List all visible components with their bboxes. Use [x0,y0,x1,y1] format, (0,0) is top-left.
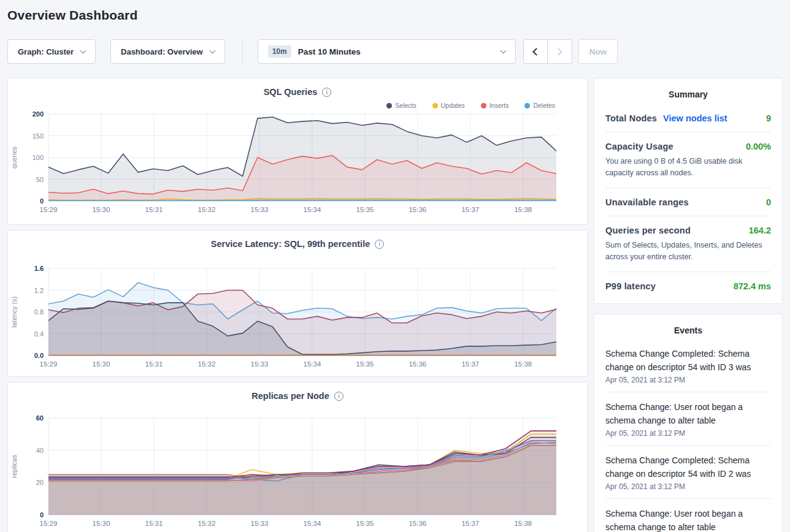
chart-panel-sql-queries: SQL Queries i SelectsUpdatesInsertsDelet… [7,78,588,225]
summary-label: Total Nodes [605,113,657,123]
svg-text:15:38: 15:38 [514,206,532,213]
svg-text:15:33: 15:33 [251,360,269,368]
event-item[interactable]: Schema Change: User root began a schema … [605,392,771,446]
summary-value: 9 [766,113,771,123]
graph-dropdown[interactable]: Graph: Cluster [7,39,96,64]
legend-dot-icon [481,103,486,108]
summary-label: P99 latency [605,281,656,291]
svg-text:1.6: 1.6 [34,265,44,272]
legend-label: Deletes [533,102,555,109]
info-icon[interactable]: i [375,240,384,249]
events-panel: Events Schema Change Completed: Schema c… [594,314,783,532]
chevron-down-icon [209,47,215,53]
event-item[interactable]: Schema Change Completed: Schema change o… [605,339,771,392]
chevron-right-icon [554,48,562,56]
summary-row-capacity-usage: Capacity Usage 0.00% You are using 0 B o… [605,132,771,188]
chevron-left-icon [532,48,540,56]
svg-text:40: 40 [36,447,44,454]
summary-value: 0.00% [746,142,771,151]
legend-item-deletes[interactable]: Deletes [524,101,555,110]
time-range-dropdown[interactable]: 10m Past 10 Minutes [258,39,516,64]
service-latency-chart[interactable]: 15:2915:3015:3115:3215:3315:3415:3515:36… [8,265,587,371]
time-prev-button[interactable] [523,39,548,64]
legend-label: Inserts [489,102,509,109]
svg-text:15:35: 15:35 [356,360,374,368]
event-message: Schema Change: User root began a schema … [605,400,771,427]
summary-row-p99-latency: P99 latency 872.4 ms [605,272,771,300]
svg-text:15:36: 15:36 [408,360,426,368]
now-button[interactable]: Now [578,39,618,64]
event-item[interactable]: Schema Change Completed: Schema change o… [605,446,771,499]
legend-label: Updates [441,102,465,109]
svg-text:0.8: 0.8 [34,308,44,316]
chart-panel-replicas-per-node: Replicas per Node i 15:2915:3015:3115:32… [7,382,588,532]
svg-text:15:32: 15:32 [198,520,216,527]
time-next-button[interactable] [548,39,572,64]
controls-bar: Graph: Cluster Dashboard: Overview 10m P… [7,39,783,64]
charts-column: SQL Queries i SelectsUpdatesInsertsDelet… [7,78,588,532]
page-title: Overview Dashboard [7,8,783,23]
time-range-badge: 10m [268,45,291,58]
svg-text:150: 150 [33,132,44,140]
svg-text:20: 20 [36,479,44,486]
svg-text:200: 200 [33,110,44,118]
svg-text:1.2: 1.2 [34,287,44,294]
svg-text:15:32: 15:32 [198,360,216,368]
legend-item-inserts[interactable]: Inserts [481,101,509,110]
main-area: SQL Queries i SelectsUpdatesInsertsDelet… [7,78,783,532]
svg-text:100: 100 [33,154,44,161]
sql-queries-chart[interactable]: 15:2915:3015:3115:3215:3315:3415:3515:36… [8,110,587,217]
chart-header: SQL Queries i [8,85,587,99]
event-message: Schema Change: User root began a schema … [605,507,771,532]
event-item[interactable]: Schema Change: User root began a schema … [605,499,771,532]
svg-text:15:29: 15:29 [40,206,58,213]
chart-panel-service-latency: Service Latency: SQL, 99th percentile i … [7,230,588,377]
svg-text:0: 0 [40,511,44,519]
legend-item-updates[interactable]: Updates [432,101,465,110]
summary-value: 0 [766,197,771,207]
event-message: Schema Change Completed: Schema change o… [605,347,771,374]
overview-dashboard-page: Overview Dashboard Graph: Cluster Dashbo… [0,8,790,532]
summary-label: Capacity Usage [605,142,673,151]
legend-item-selects[interactable]: Selects [386,101,416,110]
dashboard-dropdown[interactable]: Dashboard: Overview [110,39,225,64]
svg-text:15:36: 15:36 [408,520,426,527]
chevron-down-icon [500,48,506,54]
svg-text:15:33: 15:33 [251,520,269,527]
summary-row-unavailable-ranges: Unavailable ranges 0 [605,188,771,216]
summary-label: Unavailable ranges [605,197,689,207]
info-icon[interactable]: i [334,392,343,401]
event-timestamp: Apr 05, 2021 at 3:12 PM [605,482,771,491]
svg-text:15:35: 15:35 [356,206,374,213]
svg-text:60: 60 [36,414,44,422]
svg-text:50: 50 [36,176,44,183]
svg-text:15:35: 15:35 [356,520,374,527]
graph-dropdown-label: Graph: Cluster [18,47,74,56]
svg-text:15:38: 15:38 [514,360,532,368]
summary-title: Summary [605,87,771,99]
legend-dot-icon [524,103,530,108]
dashboard-dropdown-label: Dashboard: Overview [121,47,203,56]
chart-legend: SelectsUpdatesInsertsDeletes [8,99,587,110]
summary-panel: Summary Total Nodes View nodes list 9 Ca… [594,78,783,304]
summary-value: 164.2 [749,226,771,235]
info-icon[interactable]: i [322,88,331,97]
svg-text:15:30: 15:30 [93,206,110,213]
chevron-down-icon [80,47,86,53]
svg-text:15:30: 15:30 [93,360,110,368]
svg-text:15:31: 15:31 [145,360,163,368]
svg-text:15:29: 15:29 [40,520,58,527]
svg-text:15:37: 15:37 [461,360,479,368]
svg-text:replicas: replicas [10,455,18,478]
svg-text:15:36: 15:36 [408,206,426,213]
event-timestamp: Apr 05, 2021 at 3:12 PM [605,376,771,384]
summary-value: 872.4 ms [734,281,771,291]
legend-label: Selects [395,102,416,109]
svg-text:15:31: 15:31 [145,520,163,527]
events-title: Events [605,323,771,335]
view-nodes-list-link[interactable]: View nodes list [663,113,727,123]
svg-text:15:34: 15:34 [304,206,321,213]
replicas-per-node-chart[interactable]: 15:2915:3015:3115:3215:3315:3415:3515:36… [8,414,587,531]
svg-text:15:34: 15:34 [304,520,321,527]
summary-subtext: You are using 0 B of 4.5 GiB usable disk… [605,156,771,179]
